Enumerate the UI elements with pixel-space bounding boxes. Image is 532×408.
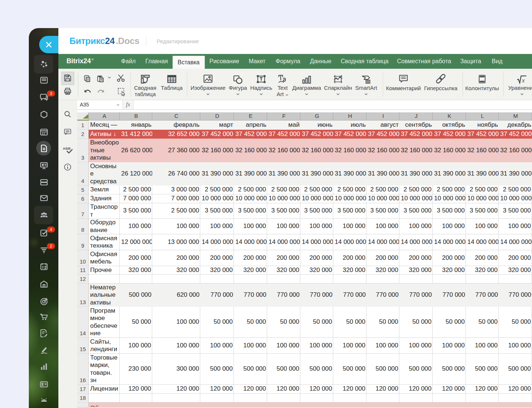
- svg-text:x: x: [521, 77, 525, 84]
- svg-text:АБВ: АБВ: [63, 146, 71, 150]
